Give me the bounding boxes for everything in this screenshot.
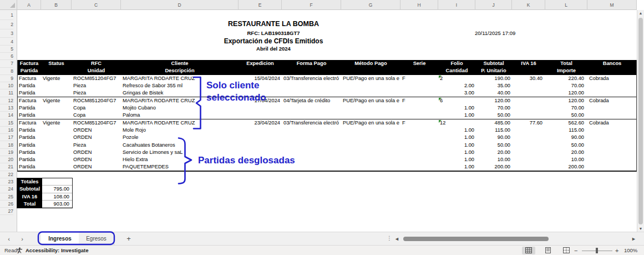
row-header-18[interactable]: 18 (0, 142, 13, 149)
cell-J14[interactable]: 50.00 (475, 112, 512, 119)
totals-title-row[interactable]: Totales (17, 178, 72, 186)
cell-G12[interactable]: PUE/Pago en una sola e (341, 97, 400, 104)
cell-D16[interactable]: Mole Rojo (121, 127, 239, 134)
cell-C19[interactable]: ORDEN (72, 149, 121, 156)
cell-K15[interactable]: 77.60 (512, 119, 545, 127)
cell-H12[interactable]: F (400, 97, 438, 104)
row-header-11[interactable]: 11 (0, 89, 13, 97)
scrollbar-resize-handle-icon[interactable]: ⋮ (387, 235, 392, 241)
page-break-view-button[interactable] (560, 247, 573, 254)
cell-A13[interactable]: Partida (17, 104, 41, 112)
vertical-scrollbar[interactable]: ▲ ▼ (637, 10, 644, 232)
cell-B9[interactable]: Vigente (41, 75, 72, 82)
cell-L21[interactable]: 200.00 (545, 163, 587, 171)
cell-L15[interactable]: 562.60 (545, 119, 587, 127)
cell-A11[interactable]: Partida (17, 89, 41, 97)
cell-A12[interactable]: Factura (17, 97, 41, 104)
cell-F12[interactable]: 04/Tarjeta de crédito (282, 97, 341, 104)
cell-J12[interactable]: 120.00 (475, 97, 512, 104)
cell-C14[interactable]: Copa (72, 112, 121, 119)
cell-L12[interactable]: 120.00 (545, 97, 587, 104)
sheet-nav-left-icon[interactable]: ‹ (4, 234, 13, 243)
row-header-13[interactable]: 13 (0, 104, 13, 112)
column-header-I[interactable]: I (438, 0, 475, 10)
cell-L17[interactable]: 90.00 (545, 134, 587, 141)
row-header-10[interactable]: 10 (0, 82, 13, 89)
row-header-20[interactable]: 20 (0, 156, 13, 163)
cell-D15[interactable]: MARGARITA RODARTE CRUZ (121, 119, 239, 127)
cell-H15[interactable]: F (400, 119, 438, 127)
report-title-cell[interactable]: Exportación de CFDIs Emitidos (224, 37, 323, 45)
row-header-27[interactable]: 27 (0, 208, 13, 215)
column-header-M[interactable]: M (587, 0, 637, 10)
cell-I9[interactable]: 2 (438, 75, 475, 82)
zoom-level[interactable]: 100% (624, 246, 637, 255)
company-title-cell[interactable]: RESTAURANTE LA BOMBA (228, 20, 319, 28)
cell-J9[interactable]: 190.00 (475, 75, 512, 82)
cell-M15[interactable]: Cobrada (587, 119, 637, 127)
tab-egresos[interactable]: Egresos (79, 232, 114, 246)
row-header-23[interactable]: 23 (0, 178, 13, 186)
cell-C16[interactable]: ORDEN (72, 127, 121, 134)
cell-G15[interactable]: PUE/Pago en una sola e (341, 119, 400, 127)
cell-A9[interactable]: Factura (17, 75, 41, 82)
cell-I19[interactable]: 1.00 (438, 149, 475, 156)
accessibility-status[interactable]: Accessibility: Investigate (26, 246, 89, 255)
cell-L13[interactable]: 70.00 (545, 104, 587, 112)
row-header-25[interactable]: 25 (0, 193, 13, 201)
cell-H9[interactable]: F (400, 75, 438, 82)
row-header-1[interactable]: 1 (0, 11, 13, 20)
cell-C20[interactable]: ORDEN (72, 156, 121, 163)
column-header-H[interactable]: H (400, 0, 438, 10)
cell-C18[interactable]: Pieza (72, 142, 121, 149)
hscroll-right-icon[interactable]: ► (631, 234, 636, 243)
row-header-2[interactable]: 2 (0, 20, 13, 29)
page-layout-view-button[interactable] (541, 247, 555, 254)
cell-L9[interactable]: 220.40 (545, 75, 587, 82)
column-header-G[interactable]: G (341, 0, 400, 10)
column-header-F[interactable]: F (282, 0, 341, 10)
cell-I11[interactable]: 3.00 (438, 89, 475, 97)
row-header-8[interactable]: 8 (0, 68, 13, 75)
cell-J11[interactable]: 40.00 (475, 89, 512, 97)
cell-A17[interactable]: Partida (17, 134, 41, 141)
cell-I14[interactable]: 1.00 (438, 112, 475, 119)
cell-C21[interactable]: ORDEN (72, 163, 121, 171)
cell-L19[interactable]: 20.00 (545, 149, 587, 156)
cell-I21[interactable]: 1.00 (438, 163, 475, 171)
company-rfc-cell[interactable]: RFC: LAB190318GT7 (247, 30, 300, 36)
cell-I15[interactable]: 12 (438, 119, 475, 127)
cell-I20[interactable]: 1.00 (438, 156, 475, 163)
cell-D17[interactable]: Pozole (121, 134, 239, 141)
cell-A20[interactable]: Partida (17, 156, 41, 163)
totals-iva-row[interactable]: IVA 16 108.00 (17, 193, 72, 201)
row-header-5[interactable]: 5 (0, 46, 13, 53)
cell-C13[interactable]: Copa (72, 104, 121, 112)
scroll-up-icon[interactable]: ▲ (637, 11, 644, 15)
cell-C9[interactable]: ROCM851204FG7 (72, 75, 121, 82)
report-period-cell[interactable]: Abril del 2024 (256, 46, 291, 52)
row-header-24[interactable]: 24 (0, 186, 13, 193)
cell-A21[interactable]: Partida (17, 163, 41, 171)
row-header-9[interactable]: 9 (0, 75, 13, 82)
hscroll-left-icon[interactable]: ◄ (394, 234, 399, 243)
cell-L20[interactable]: 10.00 (545, 156, 587, 163)
cell-I17[interactable]: 1.00 (438, 134, 475, 141)
cell-C11[interactable]: Pieza (72, 89, 121, 97)
cell-L10[interactable]: 70.00 (545, 82, 587, 89)
totals-subtotal-row[interactable]: Subtotal 795.00 (17, 186, 72, 193)
cell-L16[interactable]: 115.00 (545, 127, 587, 134)
cell-J15[interactable]: 485.00 (475, 119, 512, 127)
row-header-12[interactable]: 12 (0, 97, 13, 104)
cell-J13[interactable]: 70.00 (475, 104, 512, 112)
annotation-partidas[interactable]: Partidas desglosadas (198, 155, 295, 166)
cell-A18[interactable]: Partida (17, 142, 41, 149)
cell-E15[interactable]: 23/04/2024 (239, 119, 282, 127)
export-datetime-cell[interactable]: 20/11/2025 17:09 (475, 30, 515, 36)
row-header-6[interactable]: 6 (0, 53, 13, 60)
zoom-in-button[interactable]: + (615, 246, 618, 255)
cell-J18[interactable]: 50.00 (475, 142, 512, 149)
column-header-E[interactable]: E (239, 0, 282, 10)
column-header-L[interactable]: L (545, 0, 587, 10)
totals-total-row[interactable]: Total 903.00 (17, 201, 72, 208)
